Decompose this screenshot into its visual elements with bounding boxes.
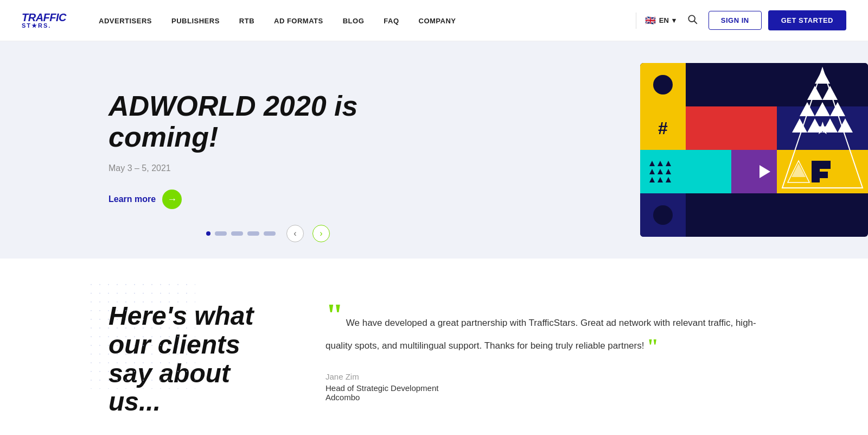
testimonials-section: Here's what our clients say about us... …	[0, 259, 868, 435]
lang-label: EN	[659, 16, 669, 24]
grid-cell-10	[640, 150, 686, 193]
grid-cell-13	[731, 150, 777, 193]
dots-decoration	[87, 280, 195, 389]
svg-marker-3	[815, 70, 830, 84]
logo-text: TRAFFIC	[22, 12, 66, 23]
svg-marker-20	[666, 169, 671, 174]
triangle-pyramid	[777, 63, 868, 237]
author-company: Adcombo	[326, 393, 760, 402]
nav-item-company[interactable]: COMPANY	[419, 16, 456, 26]
svg-marker-23	[666, 177, 671, 182]
hero-date: May 3 – 5, 2021	[108, 163, 618, 173]
hero-image: # ★	[640, 63, 868, 237]
svg-line-1	[694, 21, 697, 24]
grid-cell-5: #	[640, 106, 686, 150]
carousel-controls: ‹ ›	[206, 225, 332, 242]
carousel-next-button[interactable]: ›	[312, 225, 330, 242]
carousel-dot-4[interactable]	[247, 231, 259, 236]
hero-section: ADWORLD 2020 is coming! May 3 – 5, 2021 …	[0, 41, 868, 259]
play-icon	[755, 163, 773, 180]
nav-item-blog[interactable]: BLOG	[343, 16, 365, 26]
nav-item-publishers[interactable]: PUBLISHERS	[171, 16, 220, 26]
grid-cell-4	[777, 63, 868, 106]
nav-item-advertisers[interactable]: ADVERTISERS	[99, 16, 152, 26]
nav-item-faq[interactable]: FAQ	[384, 16, 399, 26]
author-title: Head of Strategic Development	[326, 383, 760, 393]
svg-marker-4	[807, 86, 822, 100]
nav-menu: ADVERTISERS PUBLISHERS RTB AD FORMATS BL…	[99, 16, 627, 26]
search-icon[interactable]	[687, 14, 698, 27]
testimonial-card: " We have developed a great partnership …	[326, 302, 760, 402]
logo[interactable]: TRAFFIC ST★RS.	[22, 12, 66, 29]
svg-marker-11	[822, 118, 838, 133]
hero-content: ADWORLD 2020 is coming! May 3 – 5, 2021 …	[108, 91, 640, 209]
hero-grid: # ★	[640, 63, 868, 237]
svg-marker-22	[658, 177, 663, 182]
svg-marker-19	[658, 169, 663, 174]
svg-marker-21	[649, 177, 655, 182]
flag-icon: 🇬🇧	[645, 15, 656, 26]
open-quote-icon: "	[326, 302, 343, 328]
logo-subtext: ST★RS.	[22, 23, 66, 29]
grid-cell-11	[686, 150, 731, 193]
close-quote-icon: "	[647, 334, 659, 358]
quote-text: We have developed a great partnership wi…	[326, 318, 756, 351]
learn-more-link[interactable]: Learn more →	[108, 190, 618, 209]
carousel-dot-2[interactable]	[215, 231, 227, 236]
grid-cell-3	[731, 63, 777, 106]
svg-marker-17	[666, 161, 671, 166]
svg-marker-18	[649, 169, 655, 174]
svg-marker-6	[800, 102, 815, 116]
author-name: Jane Zim	[326, 372, 760, 381]
chevron-down-icon: ▾	[672, 16, 676, 24]
carousel-dot-5[interactable]	[264, 231, 276, 236]
svg-marker-5	[822, 86, 838, 100]
grid-cell-15	[640, 193, 686, 237]
carousel-prev-button[interactable]: ‹	[286, 225, 304, 242]
grid-cell-7	[731, 106, 777, 150]
arrow-right-icon: →	[162, 190, 182, 209]
nav-item-rtb[interactable]: RTB	[239, 16, 254, 26]
svg-marker-15	[649, 161, 655, 166]
nav-item-adformats[interactable]: AD FORMATS	[274, 16, 323, 26]
small-triangles	[647, 155, 679, 188]
svg-marker-16	[658, 161, 663, 166]
grid-cell-1	[640, 63, 686, 106]
getstarted-button[interactable]: GET STARTED	[768, 10, 846, 30]
grid-cell-6	[686, 106, 731, 150]
navbar: TRAFFIC ST★RS. ADVERTISERS PUBLISHERS RT…	[0, 0, 868, 41]
svg-marker-8	[830, 102, 845, 116]
svg-marker-7	[815, 102, 830, 116]
carousel-dot-3[interactable]	[231, 231, 243, 236]
grid-cell-2	[686, 63, 731, 106]
svg-marker-24	[760, 165, 770, 178]
svg-marker-10	[807, 118, 822, 133]
carousel-dot-1[interactable]	[206, 231, 210, 236]
quote-block: " We have developed a great partnership …	[326, 302, 760, 359]
language-selector[interactable]: 🇬🇧 EN ▾	[645, 15, 676, 26]
learn-more-label: Learn more	[108, 194, 156, 204]
nav-divider	[636, 12, 636, 29]
hero-title: ADWORLD 2020 is coming!	[108, 91, 380, 153]
signin-button[interactable]: SIGN IN	[709, 11, 762, 30]
